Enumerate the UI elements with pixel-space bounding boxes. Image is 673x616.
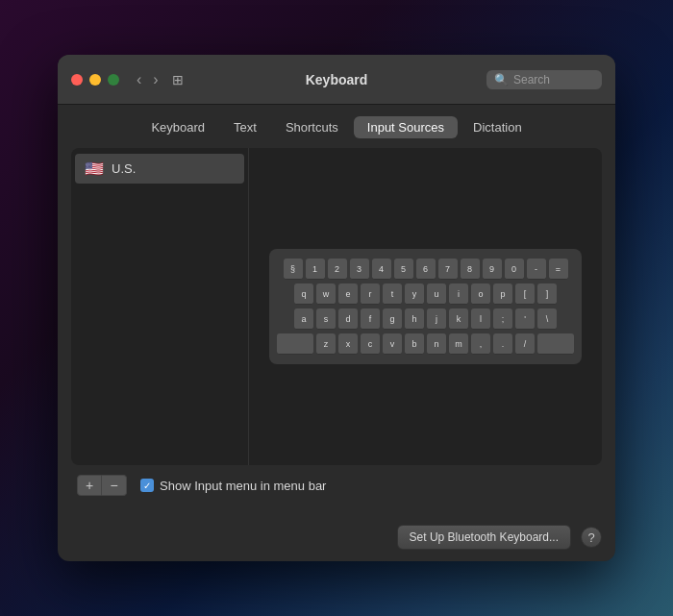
key-d: d [338, 308, 358, 330]
tab-keyboard[interactable]: Keyboard [137, 116, 218, 138]
key-o: o [471, 283, 490, 305]
back-button[interactable]: ‹ [133, 69, 145, 90]
key-section: § [284, 259, 303, 280]
key-n: n [427, 333, 446, 355]
setup-bluetooth-button[interactable]: Set Up Bluetooth Keyboard... [397, 525, 571, 550]
key-e: e [338, 283, 358, 305]
content-area: 🇺🇸 U.S. § 1 2 3 4 5 6 7 [58, 148, 615, 513]
tab-input-sources[interactable]: Input Sources [354, 116, 458, 138]
key-semicolon: ; [493, 308, 512, 330]
key-backslash: \ [537, 308, 557, 330]
key-comma: , [471, 333, 490, 355]
key-k: k [449, 308, 468, 330]
key-6: 6 [416, 259, 436, 280]
key-m: m [449, 333, 468, 355]
key-p: p [493, 283, 512, 305]
checkmark-icon: ✓ [143, 480, 151, 491]
show-input-menu-checkbox[interactable]: ✓ [140, 479, 154, 492]
key-c: c [361, 333, 380, 355]
key-u: u [427, 283, 446, 305]
key-l: l [471, 308, 490, 330]
key-row-2: q w e r t y u i o p [ ] [277, 283, 574, 305]
key-h: h [405, 308, 424, 330]
grid-icon: ⊞ [172, 72, 184, 87]
key-7: 7 [438, 259, 458, 280]
traffic-lights [71, 74, 119, 86]
key-a: a [294, 308, 313, 330]
tab-bar: Keyboard Text Shortcuts Input Sources Di… [58, 105, 615, 148]
key-9: 9 [483, 259, 502, 280]
key-0: 0 [505, 259, 524, 280]
key-lbracket: [ [515, 283, 535, 305]
footer: Set Up Bluetooth Keyboard... ? [58, 513, 615, 561]
nav-buttons: ‹ › [133, 69, 162, 90]
titlebar: ‹ › ⊞ Keyboard 🔍 Search [58, 55, 615, 105]
key-j: j [427, 308, 446, 330]
key-z: z [316, 333, 336, 355]
key-4: 4 [372, 259, 391, 280]
tab-text[interactable]: Text [220, 116, 270, 138]
key-w: w [316, 283, 336, 305]
key-x: x [338, 333, 358, 355]
key-s: s [316, 308, 336, 330]
key-row-1: § 1 2 3 4 5 6 7 8 9 0 - = [277, 259, 574, 280]
key-i: i [449, 283, 468, 305]
maximize-button[interactable] [108, 74, 119, 86]
minimize-button[interactable] [89, 74, 101, 86]
help-button[interactable]: ? [581, 527, 602, 548]
key-2: 2 [328, 259, 347, 280]
search-box[interactable]: 🔍 Search [486, 70, 602, 89]
forward-button[interactable]: › [149, 69, 162, 90]
key-t: t [383, 283, 402, 305]
remove-source-button[interactable]: − [102, 475, 127, 496]
key-shift-right [537, 333, 574, 355]
search-placeholder: Search [513, 73, 550, 86]
key-1: 1 [306, 259, 325, 280]
key-rbracket: ] [537, 283, 557, 305]
sources-list: 🇺🇸 U.S. [71, 148, 249, 465]
add-source-button[interactable]: + [77, 475, 102, 496]
key-slash: / [515, 333, 535, 355]
add-remove-controls: + − [77, 475, 127, 496]
flag-icon: 🇺🇸 [85, 160, 104, 178]
show-input-menu-row: ✓ Show Input menu in menu bar [140, 479, 326, 493]
key-r: r [361, 283, 380, 305]
close-button[interactable] [71, 74, 83, 86]
key-f: f [361, 308, 380, 330]
search-icon: 🔍 [494, 73, 509, 86]
key-row-3: a s d f g h j k l ; ' \ [277, 308, 574, 330]
key-row-4: z x c v b n m , . / [277, 333, 574, 355]
key-v: v [383, 333, 402, 355]
keyboard-window: ‹ › ⊞ Keyboard 🔍 Search Keyboard Text Sh… [58, 55, 615, 561]
key-period: . [493, 333, 512, 355]
tab-shortcuts[interactable]: Shortcuts [272, 116, 352, 138]
key-3: 3 [350, 259, 369, 280]
key-g: g [383, 308, 402, 330]
window-title: Keyboard [306, 72, 368, 87]
key-shift-left [277, 333, 313, 355]
key-y: y [405, 283, 424, 305]
keyboard-display: § 1 2 3 4 5 6 7 8 9 0 - = [249, 148, 602, 465]
key-b: b [405, 333, 424, 355]
key-equals: = [549, 259, 568, 280]
key-q: q [294, 283, 313, 305]
tab-dictation[interactable]: Dictation [460, 116, 536, 138]
key-5: 5 [394, 259, 413, 280]
show-input-menu-label: Show Input menu in menu bar [160, 479, 326, 493]
key-minus: - [527, 259, 546, 280]
key-quote: ' [515, 308, 535, 330]
source-item-us[interactable]: 🇺🇸 U.S. [75, 154, 244, 184]
keyboard-visual: § 1 2 3 4 5 6 7 8 9 0 - = [269, 249, 582, 364]
main-panel: 🇺🇸 U.S. § 1 2 3 4 5 6 7 [71, 148, 602, 465]
key-8: 8 [461, 259, 480, 280]
source-label: U.S. [112, 161, 136, 176]
bottom-bar: + − ✓ Show Input menu in menu bar [71, 465, 602, 500]
